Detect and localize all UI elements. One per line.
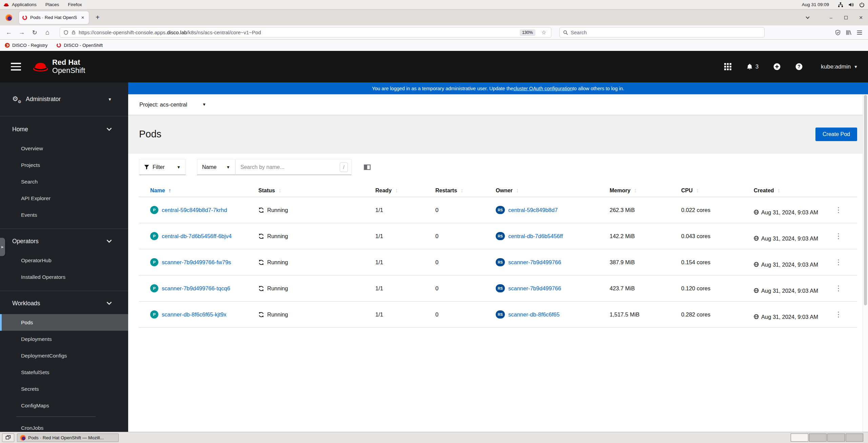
pod-link[interactable]: scanner-db-8f6c6f65-kjt9x [162, 311, 226, 318]
workspace-1[interactable] [791, 434, 808, 442]
filter-funnel-icon [144, 165, 149, 170]
search-input[interactable] [571, 30, 761, 35]
notifications-button[interactable]: 3 [746, 63, 758, 70]
column-header-name[interactable]: Name↑ [139, 188, 258, 194]
url-bar[interactable]: https://console-openshift-console.apps.d… [60, 27, 551, 38]
library-icon[interactable] [846, 30, 852, 36]
sidebar-item-statefulsets[interactable]: StatefulSets [0, 364, 128, 381]
owner-link[interactable]: scanner-db-8f6c6f65 [508, 311, 559, 318]
name-search-field[interactable]: / [235, 159, 352, 175]
volume-icon[interactable] [848, 2, 854, 7]
sidebar-item-projects[interactable]: Projects [0, 157, 128, 173]
clock[interactable]: Aug 31 09:09 [802, 2, 829, 7]
column-header-status[interactable]: Status↕ [258, 187, 375, 194]
column-header-created[interactable]: Created↕ [754, 187, 832, 194]
kebab-menu-icon[interactable]: ⋮ [832, 310, 845, 319]
tracking-protection-shield-icon[interactable] [63, 30, 68, 35]
nav-group-home[interactable]: Home [0, 122, 128, 137]
workspace-4[interactable] [846, 434, 863, 442]
bookmark-disco-openshift[interactable]: DISCO - OpenShift [56, 43, 103, 48]
manage-columns-button[interactable] [364, 159, 371, 175]
owner-link[interactable]: central-db-7d6b5456ff [508, 233, 563, 239]
sidebar-item-installed-operators[interactable]: Installed Operators [0, 269, 128, 285]
kebab-menu-icon[interactable]: ⋮ [832, 206, 845, 214]
nav-toggle-hamburger-icon[interactable] [11, 63, 21, 71]
tab-close-icon[interactable]: ✕ [80, 15, 86, 21]
sidebar-item-secrets[interactable]: Secrets [0, 381, 128, 397]
sidebar-item-cronjobs[interactable]: CronJobs [0, 420, 128, 432]
sidebar-item-deploymentconfigs[interactable]: DeploymentConfigs [0, 347, 128, 364]
forward-button[interactable]: → [16, 27, 27, 38]
openshift-logo[interactable]: Red Hat OpenShift [33, 59, 85, 74]
sidebar-item-configmaps[interactable]: ConfigMaps [0, 397, 128, 414]
search-bar[interactable] [559, 27, 765, 38]
zoom-level-badge[interactable]: 130% [520, 29, 535, 36]
sidebar-item-operatorhub[interactable]: OperatorHub [0, 252, 128, 269]
firefox-app-icon[interactable] [3, 12, 15, 23]
perspective-switcher[interactable]: ⚙⚙ Administrator ▼ [0, 82, 128, 116]
taskbar-task-firefox[interactable]: Pods · Red Hat OpenShift — Mozill... [17, 434, 119, 442]
power-icon[interactable] [859, 2, 865, 7]
nav-group-workloads[interactable]: Workloads [0, 296, 128, 311]
column-header-memory[interactable]: Memory↕ [610, 187, 681, 194]
browser-tab[interactable]: Pods · Red Hat OpenShift ✕ [19, 11, 89, 24]
nav-group-operators[interactable]: Operators [0, 234, 128, 249]
applications-menu[interactable]: Applications [3, 2, 37, 7]
kebab-menu-icon[interactable]: ⋮ [832, 284, 845, 292]
window-list-button[interactable] [2, 434, 14, 442]
scrollbar-thumb[interactable] [864, 95, 867, 305]
column-header-ready[interactable]: Ready↕ [375, 187, 435, 194]
lock-icon[interactable] [71, 30, 76, 35]
reload-button[interactable]: ↻ [29, 27, 40, 38]
app-launcher-grid-icon[interactable] [724, 63, 731, 70]
new-tab-button[interactable]: + [93, 14, 102, 21]
column-header-owner[interactable]: Owner↕ [496, 187, 610, 194]
name-search-input[interactable] [240, 164, 340, 170]
cluster-oauth-link[interactable]: cluster OAuth configuration [513, 86, 573, 91]
project-selector[interactable]: Project: acs-central ▼ [128, 94, 868, 115]
url-prefix: https://console-openshift-console.apps. [79, 30, 167, 35]
sync-running-icon [258, 259, 264, 265]
sidebar-drag-handle[interactable]: ▶ [0, 238, 5, 256]
help-question-icon[interactable]: ? [795, 63, 803, 70]
pod-link[interactable]: central-59c849b8d7-7krhd [162, 207, 227, 213]
owner-link[interactable]: central-59c849b8d7 [508, 207, 558, 213]
owner-link[interactable]: scanner-7b9d499766 [508, 259, 561, 266]
pod-link[interactable]: central-db-7d6b5456ff-6bjv4 [162, 233, 232, 239]
sidebar-item-events[interactable]: Events [0, 207, 128, 223]
sidebar-item-deployments[interactable]: Deployments [0, 331, 128, 347]
hamburger-menu-icon[interactable] [856, 30, 863, 36]
kebab-menu-icon[interactable]: ⋮ [832, 232, 845, 240]
url-text[interactable]: https://console-openshift-console.apps.d… [79, 30, 517, 35]
filter-dropdown[interactable]: Filter ▼ [139, 159, 186, 175]
maximize-button[interactable] [843, 16, 849, 19]
page-scrollbar[interactable] [863, 94, 868, 432]
bookmark-star-icon[interactable]: ☆ [541, 29, 546, 36]
quick-create-plus-icon[interactable] [773, 63, 781, 70]
places-menu[interactable]: Places [45, 2, 59, 7]
pod-link[interactable]: scanner-7b9d499766-tqcq6 [162, 285, 230, 292]
protections-shield-check-icon[interactable] [835, 30, 841, 36]
sidebar-item-search[interactable]: Search [0, 173, 128, 190]
column-header-cpu[interactable]: CPU↕ [681, 187, 754, 194]
network-icon[interactable] [838, 2, 843, 7]
column-header-restarts[interactable]: Restarts↕ [435, 187, 496, 194]
kebab-menu-icon[interactable]: ⋮ [832, 258, 845, 266]
minimize-button[interactable]: – [828, 15, 834, 20]
owner-link[interactable]: scanner-7b9d499766 [508, 285, 561, 292]
pod-link[interactable]: scanner-7b9d499766-fw79s [162, 259, 231, 266]
back-button[interactable]: ← [3, 27, 14, 38]
close-window-button[interactable]: ✕ [858, 15, 864, 20]
user-menu[interactable]: kube:admin ▼ [821, 63, 858, 70]
firefox-menu[interactable]: Firefox [68, 2, 82, 7]
attribute-dropdown[interactable]: Name ▼ [197, 159, 235, 175]
workspace-2[interactable] [809, 434, 827, 442]
home-button[interactable]: ⌂ [42, 27, 53, 38]
create-pod-button[interactable]: Create Pod [815, 128, 857, 141]
list-tabs-chevron-icon[interactable] [806, 15, 809, 19]
sidebar-item-pods[interactable]: Pods [0, 314, 128, 331]
sidebar-item-api-explorer[interactable]: API Explorer [0, 190, 128, 207]
bookmark-disco-registry[interactable]: DISCO - Registry [5, 43, 47, 48]
workspace-3[interactable] [827, 434, 845, 442]
sidebar-item-overview[interactable]: Overview [0, 140, 128, 157]
